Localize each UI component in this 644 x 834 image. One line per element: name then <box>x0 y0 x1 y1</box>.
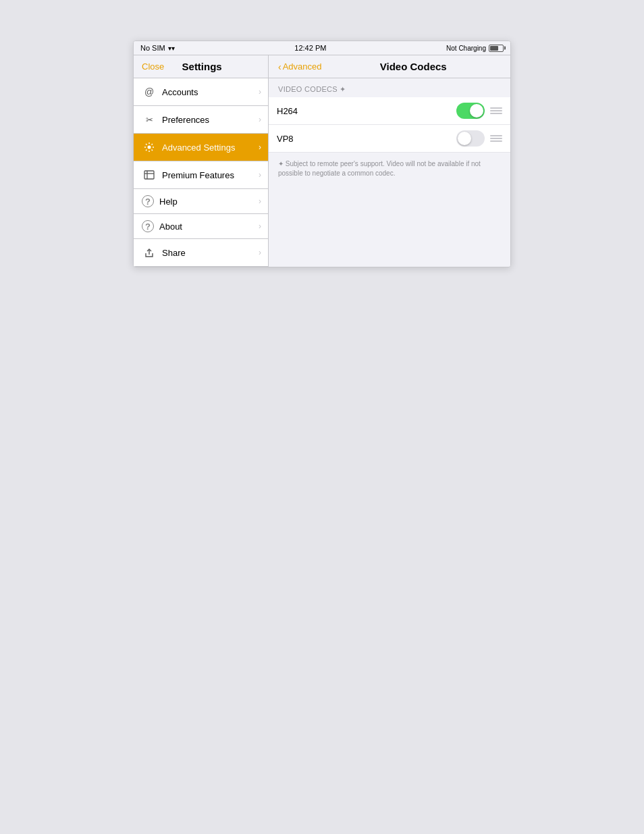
back-chevron-icon: ‹ <box>278 61 281 72</box>
back-label: Advanced <box>283 61 322 72</box>
device-frame: No SIM ▾▾ 12:42 PM Not Charging Close Se… <box>133 41 511 267</box>
sidebar-item-premium-features[interactable]: Premium Features › <box>134 161 268 189</box>
split-container: Close Settings @ Accounts › ✂ Preference… <box>134 55 510 267</box>
chevron-icon: › <box>259 115 261 124</box>
drag-line <box>490 140 502 142</box>
drag-line <box>490 135 502 136</box>
chevron-icon: › <box>259 170 261 180</box>
accounts-icon: @ <box>142 84 157 99</box>
sidebar-item-label: Share <box>162 248 259 258</box>
sidebar-item-label: Help <box>159 197 259 207</box>
premium-icon <box>142 167 157 182</box>
sidebar-item-preferences[interactable]: ✂ Preferences › <box>134 106 268 134</box>
drag-handle-vp8[interactable] <box>490 135 502 142</box>
drag-line <box>490 107 502 109</box>
sidebar-item-about[interactable]: ? About › <box>134 214 268 239</box>
wifi-icon: ▾▾ <box>168 45 175 52</box>
codec-row-vp8: VP8 <box>269 125 510 153</box>
no-sim-label: No SIM <box>140 44 165 52</box>
toggle-knob-h264 <box>470 104 483 118</box>
right-panel: ‹ Advanced Video Codecs VIDEO CODECS ✦ H… <box>269 55 510 267</box>
about-icon: ? <box>142 220 154 232</box>
status-time: 12:42 PM <box>294 44 326 52</box>
sidebar-item-share[interactable]: Share › <box>134 239 268 267</box>
chevron-icon: › <box>259 221 261 231</box>
advanced-settings-icon <box>142 140 157 155</box>
sidebar-item-label: Advanced Settings <box>162 142 259 153</box>
codec-row-h264: H264 <box>269 97 510 125</box>
sidebar-header: Close Settings <box>134 55 268 78</box>
svg-rect-1 <box>144 171 154 179</box>
sidebar-item-accounts[interactable]: @ Accounts › <box>134 78 268 106</box>
battery-icon <box>489 45 504 52</box>
panel-header: ‹ Advanced Video Codecs <box>269 55 510 78</box>
codec-label-vp8: VP8 <box>277 134 456 144</box>
toggle-knob-vp8 <box>458 132 471 145</box>
sidebar-title: Settings <box>182 61 222 72</box>
drag-line <box>490 113 502 114</box>
help-icon: ? <box>142 195 154 207</box>
sidebar-item-label: Preferences <box>162 115 259 125</box>
status-bar: No SIM ▾▾ 12:42 PM Not Charging <box>134 41 510 55</box>
sidebar-item-label: About <box>159 221 259 232</box>
codec-label-h264: H264 <box>277 106 456 116</box>
svg-point-0 <box>148 146 151 149</box>
not-charging-label: Not Charging <box>446 45 486 52</box>
sidebar-item-help[interactable]: ? Help › <box>134 189 268 214</box>
chevron-icon: › <box>259 248 261 257</box>
sidebar: Close Settings @ Accounts › ✂ Preference… <box>134 55 269 267</box>
drag-line <box>490 138 502 139</box>
toggle-h264[interactable] <box>456 103 485 119</box>
close-button[interactable]: Close <box>142 61 164 72</box>
preferences-icon: ✂ <box>142 112 157 127</box>
section-header: VIDEO CODECS ✦ <box>269 78 510 97</box>
footnote: ✦ Subject to remote peer's support. Vide… <box>269 153 510 185</box>
chevron-icon: › <box>259 142 261 152</box>
chevron-icon: › <box>259 197 261 206</box>
drag-line <box>490 110 502 111</box>
sidebar-item-advanced-settings[interactable]: Advanced Settings › <box>134 134 268 161</box>
chevron-icon: › <box>259 87 261 97</box>
drag-handle-h264[interactable] <box>490 107 502 114</box>
share-icon <box>142 245 157 260</box>
back-button[interactable]: ‹ Advanced <box>278 61 322 72</box>
panel-title: Video Codecs <box>326 61 502 72</box>
sidebar-item-label: Accounts <box>162 87 259 97</box>
toggle-vp8[interactable] <box>456 130 485 147</box>
status-left: No SIM ▾▾ <box>140 44 175 52</box>
panel-content: VIDEO CODECS ✦ H264 VP8 <box>269 78 510 267</box>
sidebar-item-label: Premium Features <box>162 170 259 180</box>
status-right: Not Charging <box>446 45 504 52</box>
